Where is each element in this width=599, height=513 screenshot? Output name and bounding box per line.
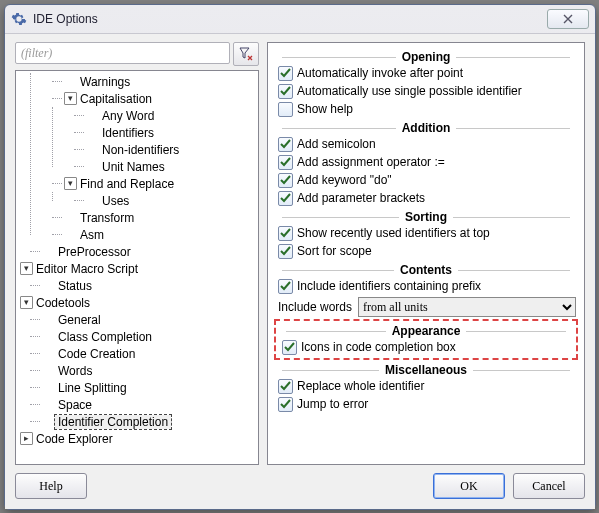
tree-item[interactable]: Any Word	[99, 109, 157, 123]
group-misc: Miscellaneous	[276, 363, 576, 377]
checkbox[interactable]	[278, 279, 293, 294]
tree-item[interactable]: Codetools	[33, 296, 93, 310]
collapse-icon[interactable]: ▾	[64, 92, 77, 105]
option-label: Automatically invoke after point	[297, 66, 463, 80]
group-contents: Contents	[276, 263, 576, 277]
options-tree[interactable]: Warnings ▾Capitalisation Any Word Identi…	[15, 70, 259, 465]
tree-item[interactable]: Asm	[77, 228, 107, 242]
collapse-icon[interactable]: ▾	[20, 296, 33, 309]
tree-item[interactable]: PreProcessor	[55, 245, 134, 259]
checkbox[interactable]	[278, 173, 293, 188]
option-label: Add parameter brackets	[297, 191, 425, 205]
group-appearance: Appearance	[280, 324, 572, 338]
close-button[interactable]	[547, 9, 589, 29]
checkbox[interactable]	[278, 379, 293, 394]
checkbox[interactable]	[278, 137, 293, 152]
tree-item[interactable]: Identifiers	[99, 126, 157, 140]
option-label: Include identifiers containing prefix	[297, 279, 481, 293]
option-label: Show help	[297, 102, 353, 116]
titlebar: IDE Options	[5, 5, 595, 33]
tree-item[interactable]: Non-identifiers	[99, 143, 182, 157]
tree-item[interactable]: Code Explorer	[33, 432, 116, 446]
tree-item[interactable]: Words	[55, 364, 95, 378]
tree-item[interactable]: Warnings	[77, 75, 133, 89]
option-label: Sort for scope	[297, 244, 372, 258]
option-label: Add keyword "do"	[297, 173, 392, 187]
checkbox[interactable]	[278, 397, 293, 412]
tree-item[interactable]: Editor Macro Script	[33, 262, 141, 276]
collapse-icon[interactable]: ▾	[20, 262, 33, 275]
checkbox[interactable]	[278, 102, 293, 117]
collapse-icon[interactable]: ▾	[64, 177, 77, 190]
option-label: Replace whole identifier	[297, 379, 424, 393]
checkbox[interactable]	[278, 226, 293, 241]
option-label: Add semicolon	[297, 137, 376, 151]
cancel-button[interactable]: Cancel	[513, 473, 585, 499]
option-label: Jump to error	[297, 397, 368, 411]
checkbox[interactable]	[278, 155, 293, 170]
tree-item[interactable]: Unit Names	[99, 160, 168, 174]
checkbox[interactable]	[278, 244, 293, 259]
option-label: Add assignment operator :=	[297, 155, 445, 169]
include-words-select[interactable]: from all units	[358, 297, 576, 317]
ok-button[interactable]: OK	[433, 473, 505, 499]
dialog-title: IDE Options	[33, 12, 98, 26]
gear-icon	[11, 11, 27, 27]
tree-item[interactable]: Transform	[77, 211, 137, 225]
tree-item[interactable]: Capitalisation	[77, 92, 155, 106]
funnel-clear-icon	[239, 47, 253, 61]
clear-filter-button[interactable]	[233, 42, 259, 66]
ide-options-dialog: IDE Options	[4, 4, 596, 510]
options-panel: Opening Automatically invoke after point…	[267, 42, 585, 465]
checkbox[interactable]	[278, 66, 293, 81]
filter-input[interactable]	[15, 42, 230, 64]
tree-item[interactable]: Find and Replace	[77, 177, 177, 191]
tree-item[interactable]: Line Splitting	[55, 381, 130, 395]
tree-item[interactable]: Status	[55, 279, 95, 293]
group-addition: Addition	[276, 121, 576, 135]
include-words-label: Include words	[278, 300, 352, 314]
appearance-highlight: Appearance Icons in code completion box	[274, 319, 578, 360]
group-sorting: Sorting	[276, 210, 576, 224]
group-opening: Opening	[276, 50, 576, 64]
tree-item[interactable]: Uses	[99, 194, 132, 208]
tree-item[interactable]: Code Creation	[55, 347, 138, 361]
checkbox[interactable]	[278, 84, 293, 99]
option-label: Automatically use single possible identi…	[297, 84, 522, 98]
tree-item[interactable]: General	[55, 313, 104, 327]
option-label: Icons in code completion box	[301, 340, 456, 354]
checkbox-icons-in-completion[interactable]	[282, 340, 297, 355]
help-button[interactable]: Help	[15, 473, 87, 499]
tree-item-selected[interactable]: Identifier Completion	[55, 415, 171, 429]
close-icon	[563, 14, 573, 24]
tree-item[interactable]: Space	[55, 398, 95, 412]
option-label: Show recently used identifiers at top	[297, 226, 490, 240]
expand-icon[interactable]: ▸	[20, 432, 33, 445]
tree-item[interactable]: Class Completion	[55, 330, 155, 344]
checkbox[interactable]	[278, 191, 293, 206]
